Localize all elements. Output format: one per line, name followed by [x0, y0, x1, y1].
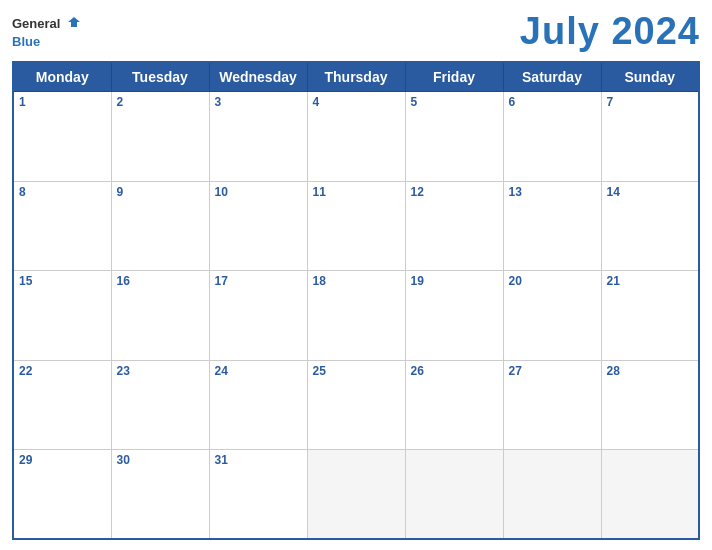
- table-row: 27: [503, 360, 601, 450]
- day-number: 2: [117, 95, 204, 109]
- table-row: 17: [209, 271, 307, 361]
- logo-bird-icon: [67, 16, 81, 28]
- col-saturday: Saturday: [503, 62, 601, 92]
- table-row: 10: [209, 181, 307, 271]
- day-number: 13: [509, 185, 596, 199]
- col-friday: Friday: [405, 62, 503, 92]
- table-row: 2: [111, 92, 209, 182]
- day-number: 8: [19, 185, 106, 199]
- table-row: [601, 450, 699, 540]
- table-row: 22: [13, 360, 111, 450]
- table-row: 13: [503, 181, 601, 271]
- page-wrapper: General Blue July 2024 Monday Tuesday We…: [0, 0, 712, 550]
- table-row: [405, 450, 503, 540]
- day-number: 30: [117, 453, 204, 467]
- col-wednesday: Wednesday: [209, 62, 307, 92]
- day-number: 24: [215, 364, 302, 378]
- col-tuesday: Tuesday: [111, 62, 209, 92]
- top-bar: General Blue July 2024: [12, 10, 700, 53]
- day-number: 12: [411, 185, 498, 199]
- calendar-row: 22232425262728: [13, 360, 699, 450]
- day-number: 4: [313, 95, 400, 109]
- svg-marker-0: [68, 17, 80, 27]
- table-row: 23: [111, 360, 209, 450]
- day-number: 21: [607, 274, 694, 288]
- table-row: 6: [503, 92, 601, 182]
- table-row: [503, 450, 601, 540]
- table-row: 9: [111, 181, 209, 271]
- table-row: 21: [601, 271, 699, 361]
- table-row: 16: [111, 271, 209, 361]
- day-number: 17: [215, 274, 302, 288]
- day-number: 10: [215, 185, 302, 199]
- table-row: 4: [307, 92, 405, 182]
- day-number: 29: [19, 453, 106, 467]
- table-row: 29: [13, 450, 111, 540]
- day-number: 28: [607, 364, 694, 378]
- logo: General Blue: [12, 14, 81, 50]
- day-number: 22: [19, 364, 106, 378]
- day-number: 20: [509, 274, 596, 288]
- day-number: 23: [117, 364, 204, 378]
- header-row: Monday Tuesday Wednesday Thursday Friday…: [13, 62, 699, 92]
- calendar-row: 1234567: [13, 92, 699, 182]
- day-number: 27: [509, 364, 596, 378]
- calendar-table: Monday Tuesday Wednesday Thursday Friday…: [12, 61, 700, 540]
- day-number: 6: [509, 95, 596, 109]
- table-row: 7: [601, 92, 699, 182]
- day-number: 7: [607, 95, 694, 109]
- logo-blue-text: Blue: [12, 34, 40, 49]
- day-number: 1: [19, 95, 106, 109]
- day-number: 15: [19, 274, 106, 288]
- table-row: 8: [13, 181, 111, 271]
- day-number: 11: [313, 185, 400, 199]
- day-number: 14: [607, 185, 694, 199]
- table-row: 19: [405, 271, 503, 361]
- day-number: 26: [411, 364, 498, 378]
- day-number: 25: [313, 364, 400, 378]
- col-thursday: Thursday: [307, 62, 405, 92]
- day-number: 9: [117, 185, 204, 199]
- calendar-row: 891011121314: [13, 181, 699, 271]
- day-number: 16: [117, 274, 204, 288]
- calendar-row: 15161718192021: [13, 271, 699, 361]
- table-row: 5: [405, 92, 503, 182]
- table-row: 20: [503, 271, 601, 361]
- day-number: 31: [215, 453, 302, 467]
- table-row: 25: [307, 360, 405, 450]
- logo-general-text: General: [12, 16, 60, 31]
- logo-line1: General: [12, 14, 81, 32]
- calendar-body: 1234567891011121314151617181920212223242…: [13, 92, 699, 540]
- table-row: 15: [13, 271, 111, 361]
- day-number: 5: [411, 95, 498, 109]
- table-row: 24: [209, 360, 307, 450]
- table-row: 28: [601, 360, 699, 450]
- table-row: 26: [405, 360, 503, 450]
- col-sunday: Sunday: [601, 62, 699, 92]
- month-title: July 2024: [520, 10, 700, 53]
- table-row: [307, 450, 405, 540]
- table-row: 1: [13, 92, 111, 182]
- table-row: 31: [209, 450, 307, 540]
- day-number: 18: [313, 274, 400, 288]
- day-number: 3: [215, 95, 302, 109]
- calendar-header: Monday Tuesday Wednesday Thursday Friday…: [13, 62, 699, 92]
- table-row: 30: [111, 450, 209, 540]
- calendar-row: 293031: [13, 450, 699, 540]
- logo-line2: Blue: [12, 32, 40, 50]
- table-row: 3: [209, 92, 307, 182]
- day-number: 19: [411, 274, 498, 288]
- col-monday: Monday: [13, 62, 111, 92]
- table-row: 12: [405, 181, 503, 271]
- table-row: 18: [307, 271, 405, 361]
- table-row: 14: [601, 181, 699, 271]
- table-row: 11: [307, 181, 405, 271]
